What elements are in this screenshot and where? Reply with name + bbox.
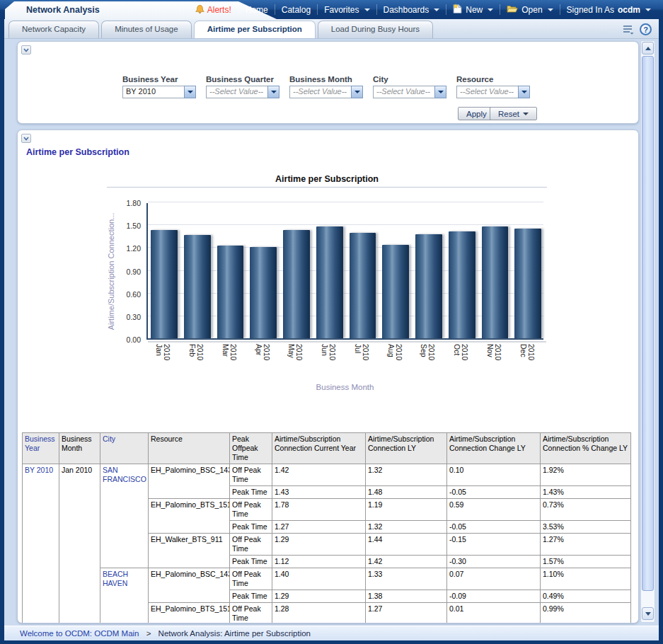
x-tick-label: 2010Aug: [378, 344, 411, 360]
bar-apr-2010[interactable]: [250, 247, 277, 338]
table-cell: 1.27: [366, 603, 447, 624]
x-tick-label: 2010Jan: [146, 344, 180, 360]
table-cell: 1.27: [272, 521, 366, 534]
vertical-scrollbar[interactable]: [640, 40, 655, 623]
menu-item-home[interactable]: Home: [239, 0, 275, 19]
business-month-select[interactable]: --Select Value--: [289, 86, 363, 98]
menu-item-favorites[interactable]: Favorites: [318, 0, 376, 19]
table-cell[interactable]: BEACH HAVEN: [100, 568, 149, 624]
table-cell: EH_Palomino_BSC_143: [149, 568, 230, 603]
help-icon[interactable]: ?: [640, 23, 652, 35]
menu-item-dashboards[interactable]: Dashboards: [377, 0, 446, 19]
menu-item-label: Home: [246, 5, 268, 15]
table-cell: -0.30: [447, 556, 541, 568]
chevron-down-icon: [364, 8, 370, 11]
collapse-report-button[interactable]: [21, 134, 31, 143]
bar-sep-2010[interactable]: [415, 234, 442, 338]
y-axis-label: Airtime/Subscription Connection...: [107, 203, 115, 340]
chevron-down-icon: [523, 113, 529, 115]
application-window: Network Analysis Alerts! HomeCatalogFavo…: [0, 0, 663, 644]
business-quarter-select[interactable]: --Select Value--: [206, 86, 279, 98]
menu-item-open[interactable]: Open: [500, 0, 559, 19]
scrollbar-thumb[interactable]: [642, 56, 654, 591]
table-cell: 1.40: [272, 568, 366, 590]
selected-value: BY 2010: [122, 86, 184, 98]
bar-jun-2010[interactable]: [316, 226, 343, 338]
column-header-business-year[interactable]: Business Year: [23, 433, 59, 464]
apply-label: Apply: [466, 110, 487, 118]
resource-filter: Resource--Select Value--: [456, 75, 534, 98]
dropdown-button[interactable]: [184, 86, 196, 98]
table-cell: 0.10: [447, 464, 541, 486]
axis-shadow: [148, 341, 546, 343]
dropdown-button[interactable]: [434, 86, 446, 98]
table-cell[interactable]: BY 2010: [23, 464, 59, 624]
y-axis-ticks: 0.000.300.600.901.201.501.80: [117, 203, 144, 340]
collapse-prompts-button[interactable]: [21, 45, 31, 54]
table-cell: 0.99%: [541, 603, 631, 624]
y-tick-label: 0.60: [127, 290, 141, 299]
menu-item-catalog[interactable]: Catalog: [275, 0, 317, 19]
resource-select[interactable]: --Select Value--: [456, 86, 530, 98]
dropdown-button[interactable]: [518, 86, 530, 98]
dashboard-title: Network Analysis: [26, 1, 100, 19]
city-filter: City--Select Value--: [373, 75, 451, 98]
table-cell: Off Peak Time: [230, 499, 272, 521]
tabbar-tools: ?: [622, 23, 652, 35]
x-tick-label: 2010Mar: [213, 344, 246, 360]
chart-title: Airtime per Subscription: [107, 174, 547, 188]
selected-value: --Select Value--: [206, 86, 267, 98]
tab-airtime-per-subscription[interactable]: Airtime per Subscription: [194, 21, 316, 38]
table-cell: 1.19: [366, 499, 447, 521]
table-cell: 1.78: [272, 499, 366, 521]
tab-network-capacity[interactable]: Network Capacity: [8, 21, 99, 38]
table-cell[interactable]: SAN FRANCISCO: [100, 464, 149, 568]
scroll-up-button[interactable]: [642, 42, 654, 54]
dropdown-button[interactable]: [267, 86, 279, 98]
y-tick-label: 0.00: [127, 335, 141, 344]
tab-minutes-of-usage[interactable]: Minutes of Usage: [101, 21, 192, 38]
bell-icon: [195, 4, 205, 15]
bar-jan-2010[interactable]: [151, 230, 178, 338]
selected-value: --Select Value--: [456, 86, 518, 98]
chevron-down-icon: [434, 8, 439, 11]
business-year-select[interactable]: BY 2010: [122, 86, 196, 98]
chart-plot-area: Airtime/Subscription Connection... 0.000…: [107, 203, 547, 405]
bar-dec-2010[interactable]: [514, 229, 541, 338]
x-tick-label: 2010Sep: [411, 344, 444, 360]
column-header-city[interactable]: City: [100, 433, 149, 464]
page-options-icon[interactable]: [622, 24, 634, 35]
bar-jul-2010[interactable]: [350, 233, 376, 338]
bar-aug-2010[interactable]: [382, 245, 409, 338]
arrow-up-icon: [645, 47, 651, 50]
selected-value: --Select Value--: [373, 86, 434, 98]
column-header-resource: Resource: [149, 433, 230, 464]
scroll-down-button[interactable]: [642, 607, 654, 620]
menu-item-new[interactable]: New: [446, 0, 500, 19]
dropdown-button[interactable]: [351, 86, 363, 98]
table-cell: 0.01: [447, 603, 541, 624]
table-cell: -0.09: [447, 590, 541, 603]
alerts-label: Alerts!: [207, 5, 231, 15]
city-select[interactable]: --Select Value--: [373, 86, 446, 98]
table-cell: EH_Palomino_BTS_151: [149, 499, 230, 534]
filter-label: City: [373, 75, 451, 84]
table-cell: 0.07: [447, 568, 541, 590]
bar-feb-2010[interactable]: [184, 235, 211, 338]
menu-item-signed-in-as[interactable]: Signed In Asocdm: [560, 0, 657, 19]
table-cell: 1.29: [272, 534, 366, 556]
alerts-item[interactable]: Alerts!: [192, 4, 238, 15]
x-axis-label: Business Month: [146, 383, 543, 391]
reset-button[interactable]: Reset: [490, 107, 537, 120]
x-tick-label: 2010Feb: [180, 344, 213, 360]
y-tick-label: 0.30: [127, 313, 141, 321]
table-cell: Off Peak Time: [230, 568, 272, 590]
breadcrumb-current: Network Analysis: Airtime per Subscripti…: [158, 629, 311, 638]
bar-nov-2010[interactable]: [482, 226, 509, 338]
x-axis-ticks: 2010Jan2010Feb2010Mar2010Apr2010May2010J…: [146, 344, 543, 381]
bar-may-2010[interactable]: [283, 230, 310, 338]
breadcrumb-home-link[interactable]: Welcome to OCDM: OCDM Main: [20, 629, 139, 638]
bar-oct-2010[interactable]: [449, 231, 475, 338]
bar-mar-2010[interactable]: [217, 246, 244, 338]
tab-load-during-busy-hours[interactable]: Load During Busy Hours: [318, 21, 433, 38]
